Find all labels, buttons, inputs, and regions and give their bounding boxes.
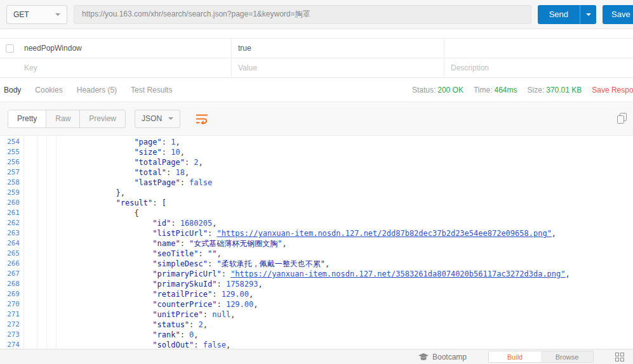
code-line: "totalPage": 2, [24,157,633,167]
tab-cookies[interactable]: Cookies [35,86,62,94]
line-number: 273 [0,330,20,340]
chevron-down-icon [55,13,60,16]
line-number: 263 [0,228,20,238]
line-number-gutter: 2542552562572582592602612622632642652662… [0,136,24,349]
code-line: "counterPrice": 129.00, [24,299,633,309]
line-number: 261 [0,208,20,218]
line-number: 254 [0,137,20,147]
wrap-lines-button[interactable] [196,114,208,124]
new-param-description-input[interactable]: Description [444,58,633,77]
param-checkbox-cell [0,39,19,58]
code-line: "lastPage": false [24,178,633,188]
chevron-down-icon [586,13,591,16]
build-tab[interactable]: Build [489,351,541,362]
line-number: 264 [0,238,20,249]
new-param-key-input[interactable]: Key [19,58,232,77]
status-indicator: Status:200 OK [412,86,463,94]
build-browse-toggle: Build Browse [488,351,594,363]
language-dropdown[interactable]: JSON [135,110,180,128]
tab-body[interactable]: Body [4,86,21,94]
code-line: "page": 1, [24,137,633,147]
postman-window: GET Send Save needPopWindow true Key Val… [0,0,633,364]
copy-response-button[interactable] [617,113,627,126]
time-label: Time: [474,86,493,94]
line-number: 270 [0,299,20,309]
line-number: 259 [0,188,20,198]
line-number: 272 [0,320,20,330]
code-line: "total": 18, [24,167,633,178]
param-value-input[interactable]: true [232,39,444,58]
save-response-button[interactable]: Save Response [592,86,633,94]
response-header: Body Cookies Headers (5) Test Results St… [0,77,633,101]
param-enabled-checkbox[interactable] [6,44,14,53]
send-button[interactable]: Send [538,5,580,24]
code-line: "primaryPicUrl": "https://yanxuan-item.n… [24,269,633,279]
code-line: { [24,208,633,218]
send-button-group: Send [538,5,596,24]
grid-icon [615,353,624,361]
line-number: 266 [0,259,20,269]
indent-guide [37,136,37,349]
line-number: 256 [0,157,20,167]
view-raw-button[interactable]: Raw [46,110,80,127]
response-tabs: Body Cookies Headers (5) Test Results [4,86,186,94]
time-value: 464ms [495,86,517,94]
body-viewer-toolbar: Pretty Raw Preview JSON [0,101,633,135]
indent-guide [56,136,57,349]
code-line: "listPicUrl": "https://yanxuan-item.nosd… [24,228,633,238]
code-line: "soldOut": false, [24,340,633,349]
language-label: JSON [142,114,162,123]
code-line: "primarySkuId": 1758293, [24,279,633,289]
wrap-lines-icon [196,114,208,124]
line-number: 271 [0,309,20,320]
param-row-new: Key Value Description [0,58,633,77]
response-metrics: Status:200 OK Time:464ms Size:370.01 KB … [412,78,633,101]
line-number: 267 [0,269,20,279]
view-preview-button[interactable]: Preview [80,110,125,127]
code-line: "rank": 0, [24,330,633,340]
tab-headers[interactable]: Headers (5) [77,86,117,94]
graduation-cap-icon [418,353,429,361]
indent-guide [46,136,47,349]
layout-grid-button[interactable] [615,353,624,361]
status-value: 200 OK [437,86,463,94]
line-number: 274 [0,340,20,349]
response-view-switcher: Pretty Raw Preview [8,110,126,128]
json-code: "page": 1, "size": 10, "totalPage": 2, "… [24,136,633,349]
line-number: 268 [0,279,20,289]
method-dropdown[interactable]: GET [6,5,67,24]
size-label: Size: [528,86,545,94]
line-number: 262 [0,218,20,228]
bootcamp-label: Bootcamp [432,353,467,361]
send-options-button[interactable] [580,5,596,24]
tab-test-results[interactable]: Test Results [131,86,172,94]
url-input[interactable] [74,5,531,24]
save-button[interactable]: Save [603,5,633,24]
code-line: "size": 10, [24,147,633,157]
params-top-spacer [0,29,633,38]
copy-icon [617,113,627,124]
param-key-input[interactable]: needPopWindow [19,39,232,58]
code-line: "status": 2, [24,320,633,330]
method-label: GET [13,10,29,19]
param-checkbox-cell [0,58,19,77]
bootcamp-button[interactable]: Bootcamp [418,353,467,361]
params-editor: needPopWindow true Key Value Description [0,29,633,77]
status-bar: Bootcamp Build Browse [0,349,633,364]
line-number: 257 [0,167,20,178]
code-line: "simpleDesc": "柔软承托，佩戴一整天也不累", [24,259,633,269]
line-number: 269 [0,289,20,299]
param-row: needPopWindow true [0,38,633,58]
param-description-input[interactable] [444,39,633,58]
code-line: "retailPrice": 129.00, [24,289,633,299]
chevron-down-icon [168,117,173,120]
response-body-viewer[interactable]: 2542552562572582592602612622632642652662… [0,135,633,349]
view-pretty-button[interactable]: Pretty [8,110,46,127]
code-line: "result": [ [24,198,633,208]
code-line: "seoTitle": "", [24,249,633,259]
code-line: "id": 1680205, [24,218,633,228]
browse-tab[interactable]: Browse [541,351,593,362]
size-indicator: Size:370.01 KB [528,86,582,94]
line-number: 260 [0,198,20,208]
new-param-value-input[interactable]: Value [232,58,444,77]
